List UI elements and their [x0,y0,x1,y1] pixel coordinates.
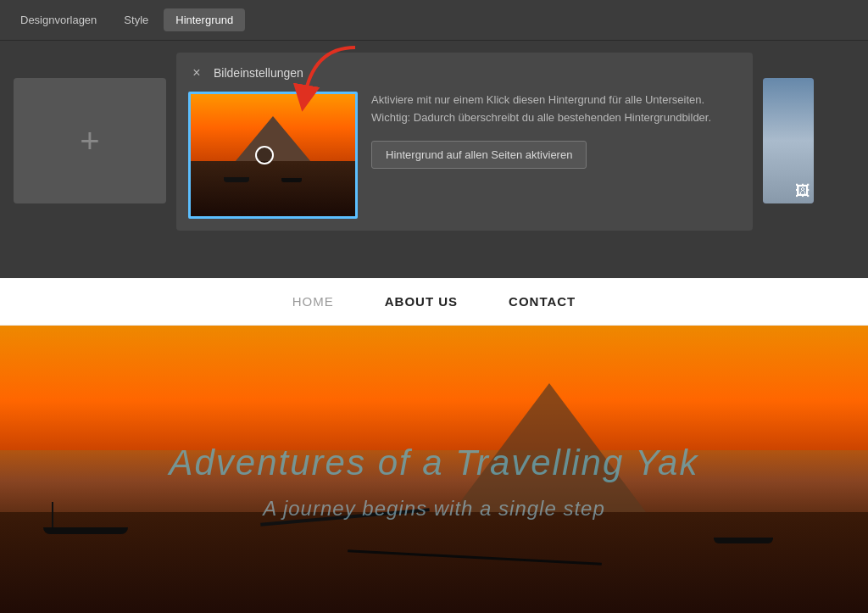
activate-button[interactable]: Hintergrund auf allen Seiten aktivieren [371,141,587,169]
add-background-card[interactable]: + [14,78,166,203]
hero-text-container: Adventures of a Travelling Yak A journey… [0,326,868,613]
site-nav: HOME ABOUT US CONTACT [0,278,868,326]
bild-panel: × Bildeinstellungen [176,53,753,231]
image-icon: 🖼 [795,182,810,200]
toolbar: Designvorlagen Style Hintergrund [0,0,868,41]
toolbar-btn-style[interactable]: Style [112,8,160,31]
image-thumbnail-wrapper[interactable] [188,92,358,219]
hero-title: Adventures of a Travelling Yak [170,443,699,483]
toolbar-btn-hintergrund[interactable]: Hintergrund [164,8,245,31]
sunset-boat-2 [281,178,302,182]
bild-panel-header: × Bildeinstellungen [188,64,741,81]
sunset-water [191,161,355,216]
bild-panel-body: Aktiviere mit nur einem Klick diesen Hin… [188,92,741,219]
panel-title: Bildeinstellungen [214,66,303,80]
hero-section: Adventures of a Travelling Yak A journey… [0,326,868,613]
panel-area: + × Bildeinstellungen [0,41,868,278]
close-button[interactable]: × [188,64,205,81]
nav-item-about[interactable]: ABOUT US [385,294,458,309]
circle-indicator [255,146,274,164]
hero-subtitle: A journey begins with a single step [263,497,605,521]
sunset-mountain [231,116,315,167]
bild-info: Aktiviere mit nur einem Klick diesen Hin… [371,92,741,169]
nav-item-contact[interactable]: CONTACT [509,294,576,309]
sunset-boat-1 [224,177,249,182]
second-thumbnail[interactable]: 🖼 [763,78,814,203]
bild-info-text: Aktiviere mit nur einem Klick diesen Hin… [371,92,741,127]
toolbar-btn-designvorlagen[interactable]: Designvorlagen [8,8,108,31]
nav-item-home[interactable]: HOME [292,294,334,309]
website-preview: HOME ABOUT US CONTACT Adventures of a Tr… [0,278,868,613]
plus-icon: + [80,124,99,158]
